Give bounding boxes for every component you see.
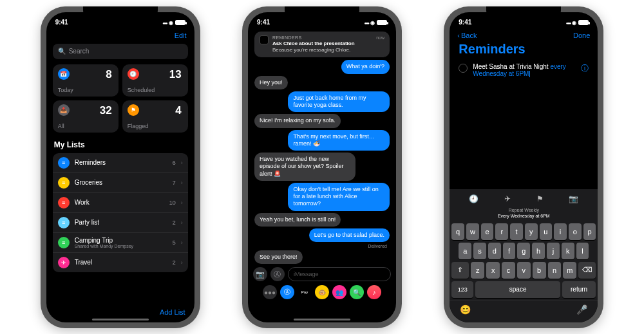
info-button[interactable]: ⓘ (581, 63, 589, 74)
list-item[interactable]: ≡ Groceries 7 › (53, 172, 188, 192)
list-icon: ≡ (58, 217, 70, 228)
incoming-bubble[interactable]: Nice! I'm relaxing on my sofa. (254, 114, 341, 127)
key-o[interactable]: o (569, 223, 582, 240)
card-today[interactable]: 📅 8 Today (53, 64, 118, 97)
chevron-left-icon: ‹ (457, 32, 460, 39)
home-indicator[interactable] (294, 319, 350, 320)
text-cursor (529, 71, 530, 77)
key-shift[interactable]: ⇧ (451, 262, 469, 279)
app-strip-images[interactable]: 🔍 (350, 285, 364, 299)
location-action-icon[interactable]: ✈ (504, 194, 511, 203)
key-q[interactable]: q (451, 223, 464, 240)
key-i[interactable]: i (554, 223, 567, 240)
key-z[interactable]: z (471, 262, 484, 279)
message-input[interactable]: iMessage (288, 267, 391, 281)
key-w[interactable]: w (466, 223, 479, 240)
key-c[interactable]: c (502, 262, 515, 279)
app-strip-animoji[interactable]: 🐵 (315, 285, 329, 299)
key-numbers[interactable]: 123 (451, 281, 473, 298)
card-all[interactable]: 📥 32 All (53, 100, 118, 133)
page-title: Reminders (450, 42, 598, 60)
search-input[interactable]: 🔍 Search (53, 44, 188, 59)
list-item[interactable]: ✈ Travel 2 › (53, 252, 188, 272)
app-strip-store[interactable]: Ⓐ (280, 285, 294, 299)
app-strip-memoji[interactable]: 👥 (332, 285, 346, 299)
app-strip-music[interactable]: ♪ (367, 285, 381, 299)
lists: ≡ Reminders 6 ›≡ Groceries 7 ›≡ Work 10 … (46, 153, 194, 272)
incoming-bubble[interactable]: See you there! (254, 250, 303, 264)
incoming-bubble[interactable]: Hey you! (254, 76, 288, 89)
key-b[interactable]: b (533, 262, 546, 279)
outgoing-bubble[interactable]: Just got back home from my favorite yoga… (288, 91, 390, 113)
outgoing-bubble[interactable]: Let's go to that salad place. (309, 228, 390, 242)
search-placeholder: Search (69, 48, 90, 55)
key-r[interactable]: r (495, 223, 508, 240)
app-strip: ●●● ⒶPay🐵👥🔍♪ (248, 284, 396, 306)
list-name: Camping TripShared with Mandy Dempsey (75, 237, 167, 248)
key-u[interactable]: u (540, 223, 553, 240)
chat-thread[interactable]: What ya doin'?Hey you!Just got back home… (248, 60, 396, 265)
outgoing-bubble[interactable]: That's my next move, but first…ramen! 🍜 (288, 130, 390, 151)
key-v[interactable]: v (517, 262, 531, 279)
back-button[interactable]: ‹ Back (457, 32, 477, 39)
card-flagged[interactable]: ⚑ 4 Flagged (122, 100, 188, 133)
flag-action-icon[interactable]: ⚑ (536, 194, 544, 203)
appstore-button[interactable]: Ⓐ (270, 267, 285, 281)
key-space[interactable]: space (475, 281, 560, 298)
incoming-bubble[interactable]: Yeah you bet, lunch is still on! (254, 213, 341, 227)
signal-icon (566, 19, 571, 26)
edit-button[interactable]: Edit (175, 32, 187, 39)
emoji-button[interactable]: 😊 (460, 304, 471, 315)
add-list-button[interactable]: Add List (160, 308, 185, 316)
key-return[interactable]: return (562, 281, 596, 298)
key-x[interactable]: x (486, 262, 500, 279)
camera-action-icon[interactable]: 📷 (569, 194, 578, 203)
time-action-icon[interactable]: 🕘 (469, 194, 478, 203)
key-t[interactable]: t (510, 223, 523, 240)
key-l[interactable]: l (576, 243, 589, 259)
siri-suggestion-banner[interactable]: REMINDERS now Ask Chloe about the presen… (254, 32, 390, 58)
incoming-bubble[interactable]: Have you watched the new episode of our … (254, 153, 356, 181)
key-d[interactable]: d (488, 243, 501, 259)
key-k[interactable]: k (562, 243, 574, 259)
key-h[interactable]: h (532, 243, 545, 259)
key-e[interactable]: e (481, 223, 494, 240)
battery-icon (578, 20, 589, 25)
complete-toggle[interactable] (459, 64, 468, 73)
outgoing-bubble[interactable]: What ya doin'? (341, 60, 390, 73)
key-m[interactable]: m (563, 262, 576, 279)
key-n[interactable]: n (548, 262, 562, 279)
list-item[interactable]: ≡ Camping TripShared with Mandy Dempsey … (53, 232, 188, 252)
keyboard-suggestion[interactable]: Repeat Weekly Every Wednesday at 6PM (450, 206, 598, 223)
notif-app-name: REMINDERS (272, 35, 302, 41)
list-item[interactable]: ≡ Work 10 › (53, 192, 188, 212)
phone-reminders: 9:41 Edit 🔍 Search 📅 8 Today 🕘 13 Sched (41, 6, 200, 328)
card-scheduled[interactable]: 🕘 13 Scheduled (122, 64, 188, 97)
card-flagged-label: Flagged (128, 123, 149, 129)
reminder-item[interactable]: Meet Sasha at Trivia Night every Wednesd… (450, 60, 598, 80)
signal-icon (162, 19, 167, 26)
camera-button[interactable]: 📷 (253, 267, 267, 281)
key-y[interactable]: y (525, 223, 538, 240)
outgoing-bubble[interactable]: Okay don't tell me! Are we still on for … (288, 183, 390, 211)
key-backspace[interactable]: ⌫ (578, 262, 596, 279)
key-g[interactable]: g (517, 243, 530, 259)
delivered-label: Delivered (368, 244, 390, 248)
home-indicator[interactable] (92, 319, 149, 320)
done-button[interactable]: Done (573, 32, 590, 39)
app-strip-applepay[interactable]: Pay (298, 285, 312, 299)
notch (83, 6, 158, 19)
key-a[interactable]: a (459, 243, 471, 259)
list-item[interactable]: ≡ Party list 2 › (53, 212, 188, 232)
app-strip-more[interactable]: ●●● (263, 285, 277, 299)
key-s[interactable]: s (473, 243, 486, 259)
list-item[interactable]: ≡ Reminders 6 › (53, 153, 188, 172)
key-p[interactable]: p (583, 223, 596, 240)
message-placeholder: iMessage (294, 271, 319, 277)
dictation-button[interactable]: 🎤 (576, 304, 587, 315)
wifi-icon (572, 19, 576, 26)
reminder-text[interactable]: Meet Sasha at Trivia Night every Wednesd… (473, 63, 576, 77)
card-flagged-count: 4 (175, 104, 181, 117)
key-j[interactable]: j (547, 243, 560, 259)
key-f[interactable]: f (503, 243, 516, 259)
